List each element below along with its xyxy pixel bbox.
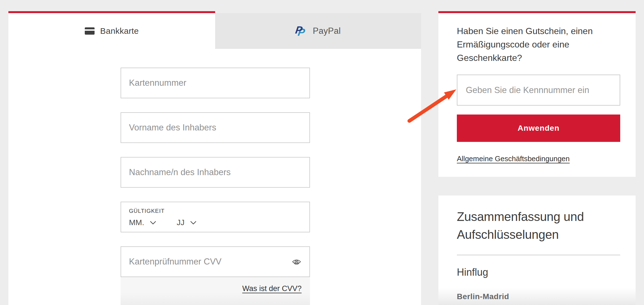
route-text: Berlin-Madrid — [457, 292, 509, 301]
voucher-panel: Haben Sie einen Gutschein, einen Ermäßig… — [438, 13, 636, 177]
first-name-input[interactable] — [121, 113, 309, 142]
expiry-field: GÜLTIGKEIT MM. JJ — [121, 202, 310, 232]
card-number-field — [121, 68, 310, 98]
first-name-field — [121, 112, 310, 143]
cvv-help-strip: Was ist der CVV? — [121, 277, 310, 305]
expiry-label: GÜLTIGKEIT — [129, 208, 302, 214]
tab-bankkarte-label: Bankkarte — [100, 26, 139, 36]
last-name-field — [121, 157, 310, 188]
expiry-month-select[interactable]: MM. — [129, 218, 156, 227]
apply-button[interactable]: Anwenden — [457, 115, 620, 142]
checkout-page: Bankkarte P P PayPal GÜLTIGKEIT — [0, 0, 644, 305]
expiry-year-select[interactable]: JJ — [177, 218, 197, 227]
cvv-help-link[interactable]: Was ist der CVV? — [242, 284, 302, 293]
chevron-down-icon — [190, 221, 197, 225]
chevron-down-icon — [150, 221, 156, 225]
card-number-input[interactable] — [121, 68, 309, 98]
paypal-logo-icon: P P — [295, 25, 308, 37]
voucher-panel-accent — [438, 11, 636, 13]
active-tab-indicator — [8, 11, 215, 13]
eye-icon — [292, 258, 301, 265]
bank-card-icon — [85, 27, 95, 35]
voucher-question: Haben Sie einen Gutschein, einen Ermäßig… — [457, 24, 616, 65]
cvv-input[interactable] — [121, 247, 292, 277]
payment-panel: Bankkarte P P PayPal GÜLTIGKEIT — [8, 13, 421, 305]
expiry-row: MM. JJ — [129, 218, 302, 227]
tab-paypal[interactable]: P P PayPal — [215, 13, 421, 49]
expiry-year-value: JJ — [177, 218, 184, 227]
cvv-field — [121, 246, 310, 277]
summary-divider — [457, 255, 620, 255]
voucher-code-input[interactable] — [457, 75, 620, 105]
card-form: GÜLTIGKEIT MM. JJ — [121, 68, 310, 291]
toggle-cvv-visibility-button[interactable] — [292, 258, 309, 265]
tab-bankkarte[interactable]: Bankkarte — [8, 13, 215, 49]
terms-link[interactable]: Allgemeine Geschäftsbedingungen — [457, 154, 570, 163]
expiry-month-value: MM. — [129, 218, 144, 227]
outbound-flight-label: Hinflug — [457, 266, 488, 278]
last-name-input[interactable] — [121, 158, 309, 187]
summary-title: Zusammenfassung und Aufschlüsselungen — [457, 208, 625, 244]
summary-panel: Zusammenfassung und Aufschlüsselungen Hi… — [438, 196, 636, 305]
tab-paypal-label: PayPal — [313, 26, 341, 36]
voucher-input-box — [457, 75, 620, 106]
